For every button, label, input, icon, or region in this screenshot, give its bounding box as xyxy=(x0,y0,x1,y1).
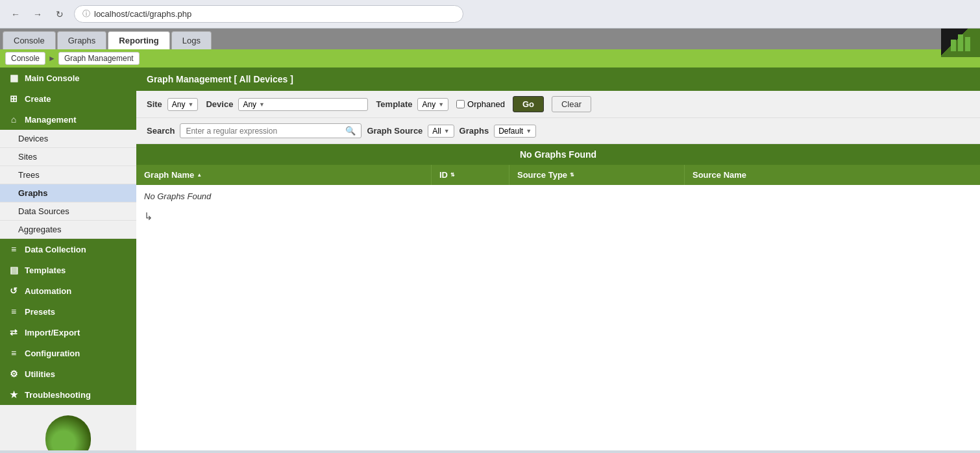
automation-icon: ↺ xyxy=(8,286,19,296)
sidebar-item-templates[interactable]: ▤ Templates xyxy=(0,260,136,280)
sidebar-templates-label: Templates xyxy=(25,265,66,275)
sidebar-item-utilities[interactable]: ⚙ Utilities xyxy=(0,363,136,384)
sidebar-item-create[interactable]: ⊞ Create xyxy=(0,88,136,109)
sidebar-management-label: Management xyxy=(25,115,76,125)
tab-reporting[interactable]: Reporting xyxy=(108,31,169,49)
main-layout: ▦ Main Console ⊞ Create ⌂ Management Dev… xyxy=(0,67,980,450)
tab-graphs[interactable]: Graphs xyxy=(57,31,107,49)
orphaned-checkbox[interactable] xyxy=(456,100,465,108)
tab-console[interactable]: Console xyxy=(3,31,56,49)
back-button[interactable]: ← xyxy=(8,6,23,22)
graphs-value: Default xyxy=(498,127,523,136)
column-source-type-label: Source Type xyxy=(517,170,567,180)
sidebar-item-devices[interactable]: Devices xyxy=(0,130,136,148)
table-header: Graph Name ▲ ID ⇅ Source Type ⇅ xyxy=(136,165,980,185)
clear-button[interactable]: Clear xyxy=(552,96,591,112)
device-filter-row: Device Any ▼ xyxy=(206,98,368,111)
url-text: localhost/cacti/graphs.php xyxy=(94,9,191,19)
sort-arrows-graph-name[interactable]: ▲ xyxy=(197,173,202,178)
sidebar-item-import-export[interactable]: ⇄ Import/Export xyxy=(0,322,136,343)
cacti-logo xyxy=(45,415,91,450)
sidebar-item-troubleshooting[interactable]: ★ Troubleshooting xyxy=(0,384,136,405)
breadcrumb-console[interactable]: Console xyxy=(5,52,45,65)
troubleshooting-icon: ★ xyxy=(8,389,19,400)
import-export-icon: ⇄ xyxy=(8,327,19,337)
graphs-select[interactable]: Default ▼ xyxy=(494,125,536,138)
sidebar-item-presets[interactable]: ≡ Presets xyxy=(0,301,136,322)
device-select-value: Any xyxy=(243,100,256,109)
orphaned-label: Orphaned xyxy=(467,99,505,109)
no-data-row: No Graphs Found xyxy=(136,185,980,208)
graph-source-value: All xyxy=(432,127,441,136)
graph-source-select[interactable]: All ▼ xyxy=(428,125,454,138)
sidebar-configuration-label: Configuration xyxy=(25,349,80,358)
utilities-icon: ⚙ xyxy=(8,369,19,379)
sidebar-item-graphs[interactable]: Graphs xyxy=(0,184,136,202)
security-icon: ⓘ xyxy=(82,8,90,19)
forward-button[interactable]: → xyxy=(30,6,45,22)
template-select-value: Any xyxy=(422,100,435,109)
no-data-message: No Graphs Found xyxy=(144,191,211,201)
sidebar-automation-label: Automation xyxy=(25,286,71,296)
sidebar-item-data-sources[interactable]: Data Sources xyxy=(0,202,136,221)
device-select-wrap[interactable]: Any ▼ xyxy=(238,98,368,111)
breadcrumb-graph-management[interactable]: Graph Management xyxy=(58,52,140,65)
column-id[interactable]: ID ⇅ xyxy=(432,165,509,185)
site-filter-row: Site Any ▼ xyxy=(147,98,198,111)
sidebar: ▦ Main Console ⊞ Create ⌂ Management Dev… xyxy=(0,67,136,450)
no-graphs-message: No Graphs Found xyxy=(520,149,596,160)
search-input[interactable] xyxy=(186,127,341,136)
sidebar-item-sites[interactable]: Sites xyxy=(0,148,136,166)
sort-updown-icon-2: ⇅ xyxy=(570,173,574,178)
column-graph-name[interactable]: Graph Name ▲ xyxy=(136,165,432,185)
template-label: Template xyxy=(376,99,412,109)
sidebar-logo-area xyxy=(0,405,136,450)
address-bar[interactable]: ⓘ localhost/cacti/graphs.php xyxy=(74,5,463,23)
sidebar-item-configuration[interactable]: ≡ Configuration xyxy=(0,343,136,363)
no-graphs-banner: No Graphs Found xyxy=(136,144,980,165)
app-logo xyxy=(941,29,980,57)
logo-bar-2 xyxy=(958,34,963,51)
sidebar-main-console-label: Main Console xyxy=(25,73,80,83)
device-select-arrow: ▼ xyxy=(259,101,265,108)
site-select-arrow: ▼ xyxy=(188,101,194,108)
go-button[interactable]: Go xyxy=(513,96,544,112)
create-icon: ⊞ xyxy=(8,93,19,104)
sidebar-item-management[interactable]: ⌂ Management xyxy=(0,109,136,130)
sort-arrows-source-type[interactable]: ⇅ xyxy=(570,173,574,178)
sort-updown-icon: ⇅ xyxy=(450,173,455,178)
sidebar-utilities-label: Utilities xyxy=(25,369,55,379)
graphs-arrow: ▼ xyxy=(526,128,532,134)
column-source-type[interactable]: Source Type ⇅ xyxy=(509,165,685,185)
logo-bar-3 xyxy=(965,37,970,51)
tab-logs[interactable]: Logs xyxy=(171,31,212,49)
main-console-icon: ▦ xyxy=(8,73,19,83)
sidebar-item-main-console[interactable]: ▦ Main Console xyxy=(0,67,136,88)
graph-source-label: Graph Source xyxy=(367,126,423,136)
orphaned-checkbox-label[interactable]: Orphaned xyxy=(456,99,505,109)
sort-arrows-id[interactable]: ⇅ xyxy=(450,173,455,178)
column-id-label: ID xyxy=(439,170,448,180)
graph-source-arrow: ▼ xyxy=(444,128,450,134)
templates-icon: ▤ xyxy=(8,265,19,275)
sidebar-item-aggregates[interactable]: Aggregates xyxy=(0,221,136,239)
template-select-wrap[interactable]: Any ▼ xyxy=(417,98,448,111)
logo-bar-1 xyxy=(951,40,956,51)
content-header-title: Graph Management [ All Devices ] xyxy=(147,74,293,84)
search-icon[interactable]: 🔍 xyxy=(345,126,356,136)
template-select-arrow: ▼ xyxy=(438,101,444,108)
search-row: Search 🔍 Graph Source All ▼ Graphs Defau… xyxy=(136,118,980,144)
site-select-value: Any xyxy=(172,100,186,109)
sidebar-item-trees[interactable]: Trees xyxy=(0,166,136,184)
graphs-label: Graphs xyxy=(459,126,489,136)
search-input-wrap: 🔍 xyxy=(180,123,361,138)
refresh-button[interactable]: ↻ xyxy=(52,6,67,22)
site-select-wrap[interactable]: Any ▼ xyxy=(167,98,199,111)
browser-chrome: ← → ↻ ⓘ localhost/cacti/graphs.php xyxy=(0,0,980,29)
expand-arrow[interactable]: ↳ xyxy=(136,208,980,225)
sort-up-icon: ▲ xyxy=(197,173,202,178)
sidebar-item-data-collection[interactable]: ≡ Data Collection xyxy=(0,239,136,260)
sidebar-item-automation[interactable]: ↺ Automation xyxy=(0,280,136,301)
column-source-name-label: Source Name xyxy=(692,170,746,180)
column-source-name[interactable]: Source Name xyxy=(685,165,980,185)
